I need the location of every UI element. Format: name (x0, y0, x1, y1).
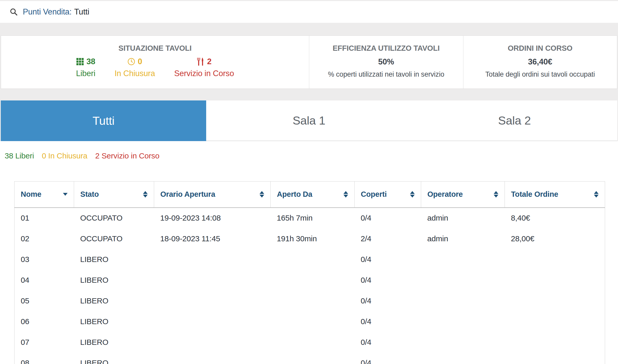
cell-stato: OCCUPATO (74, 228, 154, 249)
tab-sala-2[interactable]: Sala 2 (412, 100, 617, 141)
tables-table: Nome Stato Orario Apertura Aperto Da Cop… (14, 181, 605, 364)
cell-coperti: 0/4 (355, 311, 421, 332)
cell-aperto-da (271, 353, 355, 364)
cell-aperto-da (271, 290, 355, 311)
cell-nome: 04 (15, 270, 74, 290)
col-header-aperto-da[interactable]: Aperto Da (271, 181, 355, 208)
sort-icon (494, 191, 498, 198)
room-tabbar: Tutti Sala 1 Sala 2 (1, 100, 617, 141)
cell-operatore (421, 353, 505, 364)
table-row[interactable]: 04 LIBERO 0/4 (15, 270, 605, 290)
situazione-title: SITUAZIONE TAVOLI (118, 43, 191, 53)
sort-icon (143, 191, 148, 198)
table-row[interactable]: 02 OCCUPATO 18-09-2023 11:45 191h 30min … (15, 228, 605, 249)
cell-coperti: 0/4 (355, 332, 421, 353)
col-header-totale-ordine[interactable]: Totale Ordine (505, 181, 605, 208)
table-row[interactable]: 06 LIBERO 0/4 (15, 311, 605, 332)
col-header-stato[interactable]: Stato (74, 181, 154, 208)
stat-liberi-value: 38 (87, 56, 95, 67)
table-row[interactable]: 01 OCCUPATO 19-09-2023 14:08 165h 7min 0… (15, 208, 605, 228)
stat-servizio-value: 2 (207, 56, 211, 67)
cell-stato: LIBERO (74, 249, 154, 270)
cell-operatore (421, 249, 505, 270)
cell-orario (154, 332, 271, 353)
cell-totale (505, 249, 605, 270)
cell-aperto-da: 191h 30min (271, 228, 355, 249)
efficienza-value: 50% (378, 57, 394, 67)
ordini-panel: ORDINI IN CORSO 36,40€ Totale degli ordi… (463, 36, 617, 89)
sort-desc-icon (63, 193, 68, 196)
efficienza-title: EFFICIENZA UTILIZZO TAVOLI (333, 43, 440, 53)
status-liberi: 38 Liberi (5, 151, 34, 160)
ordini-value: 36,40€ (528, 57, 552, 67)
table-row[interactable]: 08 LIBERO 0/4 (15, 353, 605, 364)
cell-operatore (421, 290, 505, 311)
tab-sala-1[interactable]: Sala 1 (206, 100, 412, 141)
table-grid-icon (76, 58, 84, 65)
tables-content: 38 Liberi 0 In Chiusura 2 Servizio in Co… (0, 141, 618, 364)
stat-liberi: 38 Liberi (76, 56, 96, 79)
col-header-coperti[interactable]: Coperti (355, 181, 421, 208)
cell-nome: 02 (15, 228, 74, 249)
status-servizio: 2 Servizio in Corso (95, 151, 159, 160)
clock-icon (127, 58, 135, 65)
cell-operatore (421, 311, 505, 332)
ordini-title: ORDINI IN CORSO (508, 43, 572, 53)
cell-nome: 06 (15, 311, 74, 332)
cell-coperti: 0/4 (355, 353, 421, 364)
cell-operatore: admin (421, 228, 505, 249)
cell-orario (154, 270, 271, 290)
cell-stato: LIBERO (74, 290, 154, 311)
col-header-nome[interactable]: Nome (15, 181, 74, 208)
cell-stato: LIBERO (74, 353, 154, 364)
cell-orario (154, 249, 271, 270)
efficienza-subtitle: % coperti utilizzati nei tavoli in servi… (328, 70, 444, 79)
situazione-tavoli-panel: SITUAZIONE TAVOLI 38 Liberi (1, 36, 309, 89)
cell-coperti: 2/4 (355, 228, 421, 249)
sort-icon (594, 191, 599, 198)
tab-tutti[interactable]: Tutti (1, 100, 206, 141)
table-row[interactable]: 07 LIBERO 0/4 (15, 332, 605, 353)
utensils-icon (197, 57, 204, 66)
cell-orario (154, 353, 271, 364)
col-header-operatore[interactable]: Operatore (421, 181, 505, 208)
cell-stato: OCCUPATO (74, 208, 154, 228)
sort-icon (410, 191, 415, 198)
cell-totale (505, 332, 605, 353)
stat-in-chiusura: 0 In Chiusura (114, 56, 155, 79)
cell-coperti: 0/4 (355, 208, 421, 228)
sort-icon (260, 191, 264, 198)
cell-totale (505, 270, 605, 290)
table-row[interactable]: 05 LIBERO 0/4 (15, 290, 605, 311)
cell-stato: LIBERO (74, 311, 154, 332)
cell-operatore: admin (421, 208, 505, 228)
cell-totale (505, 311, 605, 332)
cell-nome: 01 (15, 208, 74, 228)
cell-aperto-da (271, 332, 355, 353)
cell-orario (154, 290, 271, 311)
stat-liberi-label: Liberi (76, 68, 96, 79)
cell-coperti: 0/4 (355, 290, 421, 311)
cell-stato: LIBERO (74, 270, 154, 290)
cell-orario (154, 311, 271, 332)
table-header-row: Nome Stato Orario Apertura Aperto Da Cop… (15, 181, 605, 208)
cell-aperto-da (271, 249, 355, 270)
col-header-orario-apertura[interactable]: Orario Apertura (154, 181, 271, 208)
cell-coperti: 0/4 (355, 270, 421, 290)
cell-totale: 8,40€ (505, 208, 605, 228)
cell-nome: 07 (15, 332, 74, 353)
cell-nome: 03 (15, 249, 74, 270)
punti-vendita-value: Tutti (74, 7, 89, 17)
cell-aperto-da (271, 311, 355, 332)
stat-in-chiusura-value: 0 (138, 56, 142, 67)
table-row[interactable]: 03 LIBERO 0/4 (15, 249, 605, 270)
cell-aperto-da (271, 270, 355, 290)
stat-in-chiusura-label: In Chiusura (114, 68, 155, 79)
cell-nome: 08 (15, 353, 74, 364)
efficienza-panel: EFFICIENZA UTILIZZO TAVOLI 50% % coperti… (309, 36, 463, 89)
cell-nome: 05 (15, 290, 74, 311)
cell-stato: LIBERO (74, 332, 154, 353)
situazione-stats: 38 Liberi 0 In Chiusura (76, 56, 234, 79)
sort-icon (343, 191, 348, 198)
punti-vendita-filter-bar[interactable]: Punti Vendita: Tutti (0, 1, 618, 23)
